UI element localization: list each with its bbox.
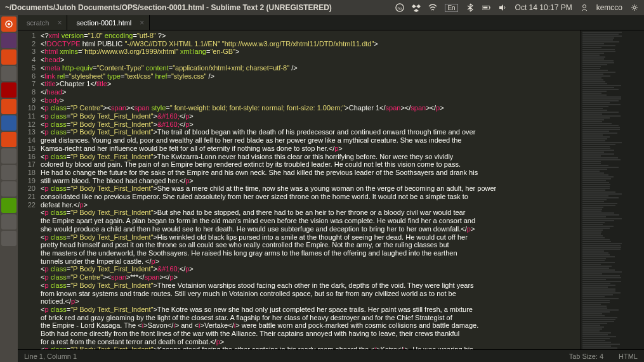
hp-icon[interactable]: hp: [395, 3, 404, 12]
launcher-app5[interactable]: [1, 165, 16, 180]
status-bar: Line 1, Column 1 Tab Size: 4 HTML: [18, 349, 644, 362]
bluetooth-icon[interactable]: [466, 3, 475, 12]
language-indicator[interactable]: En: [445, 4, 457, 12]
status-position[interactable]: Line 1, Column 1: [24, 352, 569, 360]
status-syntax[interactable]: HTML: [619, 352, 638, 360]
launcher-firefox[interactable]: [1, 49, 16, 65]
close-icon[interactable]: ×: [57, 18, 62, 27]
svg-point-6: [633, 6, 636, 9]
launcher-app9[interactable]: [1, 231, 16, 246]
minimap[interactable]: [581, 30, 644, 349]
status-tabsize[interactable]: Tab Size: 4: [569, 352, 603, 360]
launcher-app6[interactable]: [1, 181, 16, 197]
clock[interactable]: Oct 14 10:17 PM: [515, 3, 572, 12]
launcher-app8[interactable]: [1, 214, 16, 229]
system-tray: hp En Oct 14 10:17 PM kemcco: [395, 3, 639, 12]
code-content[interactable]: <?xml version="1.0" encoding="utf-8" ?><…: [41, 30, 581, 349]
editor: scratch × section-0001.html × 1234567891…: [18, 15, 644, 349]
launcher-app3[interactable]: [1, 115, 16, 131]
launcher-app4[interactable]: [1, 132, 16, 147]
launcher-app2[interactable]: [1, 99, 16, 114]
user-icon[interactable]: [580, 3, 589, 12]
window-title: ~/Documents/Jutoh Documents/OPS/section-…: [5, 3, 395, 12]
svg-rect-3: [489, 7, 490, 9]
unity-launcher: [0, 15, 18, 362]
launcher-terminal[interactable]: [1, 66, 16, 81]
tab-bar: scratch × section-0001.html ×: [18, 15, 644, 30]
launcher-app7[interactable]: [1, 198, 16, 213]
svg-point-5: [582, 5, 586, 8]
launcher-files[interactable]: [1, 33, 16, 48]
battery-icon[interactable]: [482, 3, 491, 12]
svg-point-8: [8, 23, 10, 25]
launcher-app1[interactable]: [1, 82, 16, 98]
svg-text:hp: hp: [398, 6, 402, 10]
wifi-icon[interactable]: [428, 3, 437, 12]
tab-label: scratch: [27, 19, 49, 27]
code-area[interactable]: 12345678910111213141516171819202122 <?xm…: [18, 30, 644, 349]
svg-rect-4: [483, 7, 487, 9]
tab-section[interactable]: section-0001.html ×: [67, 15, 150, 30]
launcher-dash[interactable]: [1, 16, 16, 32]
dropbox-icon[interactable]: [412, 3, 421, 12]
launcher-sublime[interactable]: [1, 148, 16, 164]
close-icon[interactable]: ×: [140, 18, 144, 27]
line-numbers: 12345678910111213141516171819202122: [18, 30, 41, 349]
tab-scratch[interactable]: scratch ×: [18, 15, 67, 30]
volume-icon[interactable]: [499, 3, 508, 12]
username[interactable]: kemcco: [596, 3, 622, 12]
tab-label: section-0001.html: [76, 19, 131, 27]
gear-icon[interactable]: [630, 3, 639, 12]
system-topbar: ~/Documents/Jutoh Documents/OPS/section-…: [0, 0, 644, 15]
